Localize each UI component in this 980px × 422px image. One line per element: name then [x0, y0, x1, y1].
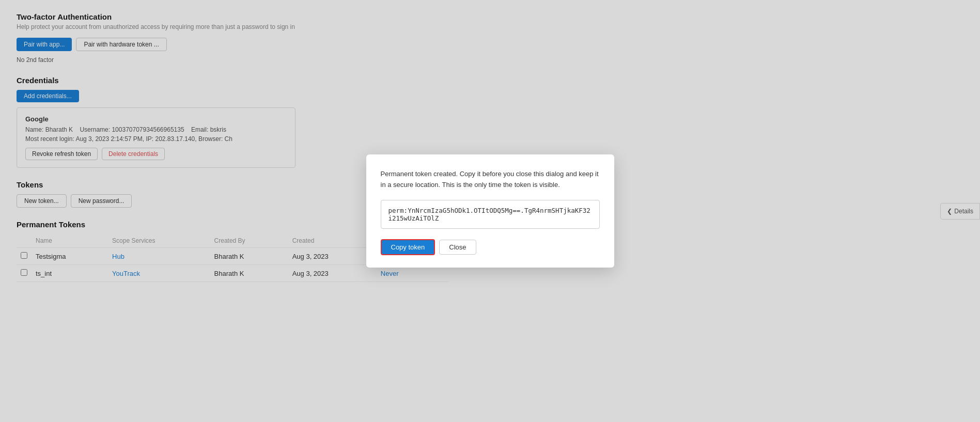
dialog-message: Permanent token created. Copy it before …: [381, 169, 600, 191]
token-value: perm:YnNrcmIzaG5hODk1.OTItODQ5Mg==.TgR4n…: [381, 200, 600, 229]
dialog: Permanent token created. Copy it before …: [366, 154, 614, 268]
dialog-overlay: Permanent token created. Copy it before …: [0, 0, 980, 422]
copy-token-button[interactable]: Copy token: [381, 239, 435, 255]
dialog-actions: Copy token Close: [381, 239, 600, 255]
close-dialog-button[interactable]: Close: [439, 240, 476, 255]
